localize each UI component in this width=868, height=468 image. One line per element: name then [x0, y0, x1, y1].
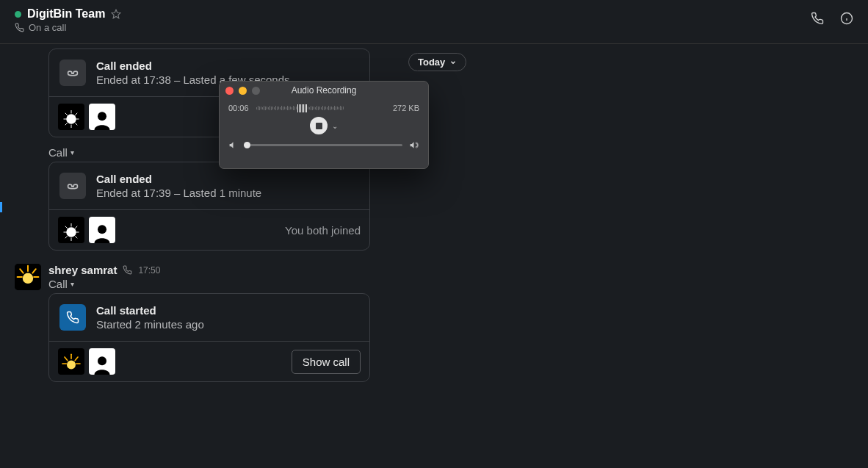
- call-title: Call started: [96, 304, 204, 317]
- svg-point-4: [66, 114, 76, 124]
- message-author[interactable]: shrey samrat: [48, 264, 117, 276]
- participant-avatar[interactable]: [89, 104, 115, 130]
- star-icon[interactable]: [111, 9, 121, 19]
- svg-line-12: [75, 113, 77, 115]
- volume-low-icon: [228, 140, 238, 150]
- call-subtitle: Started 2 minutes ago: [96, 318, 204, 331]
- participant-avatar[interactable]: [89, 217, 115, 243]
- volume-high-icon: [408, 140, 419, 150]
- minimize-icon[interactable]: [239, 87, 247, 95]
- presence-indicator: [15, 11, 21, 18]
- author-avatar[interactable]: [15, 264, 41, 290]
- show-call-button[interactable]: Show call: [292, 350, 361, 374]
- svg-line-19: [65, 226, 68, 228]
- chevron-down-icon: ▾: [70, 280, 74, 288]
- window-titlebar[interactable]: Audio Recording: [220, 82, 428, 99]
- call-label[interactable]: Call ▾: [48, 278, 461, 290]
- date-divider-today[interactable]: Today: [408, 53, 466, 71]
- channel-title[interactable]: DigitBin Team: [27, 7, 105, 21]
- svg-line-20: [75, 236, 77, 238]
- svg-line-11: [65, 123, 68, 125]
- chevron-down-icon[interactable]: ⌄: [332, 122, 338, 130]
- phone-icon: [123, 265, 132, 275]
- call-title: Call ended: [96, 60, 290, 72]
- svg-line-22: [75, 226, 77, 228]
- audio-recorder-window[interactable]: Audio Recording 00:06 272 KB ⌄: [219, 81, 429, 169]
- call-card: Call started Started 2 minutes ago: [48, 293, 370, 382]
- svg-point-25: [23, 273, 33, 284]
- channel-subtitle: On a call: [29, 22, 66, 33]
- chevron-down-icon: ▾: [70, 148, 74, 156]
- maximize-icon[interactable]: [252, 87, 260, 95]
- call-title: Call ended: [96, 173, 261, 185]
- svg-line-9: [65, 113, 68, 115]
- date-divider-label: Today: [418, 57, 445, 68]
- recording-time: 00:06: [228, 104, 249, 112]
- audio-level-meter: [256, 104, 386, 112]
- volume-knob[interactable]: [244, 142, 250, 148]
- call-started-icon: [59, 304, 86, 331]
- call-card: Call ended Ended at 17:39 – Lasted 1 min…: [48, 162, 370, 251]
- svg-point-32: [67, 361, 76, 370]
- svg-point-14: [66, 227, 76, 237]
- participant-avatar[interactable]: [58, 348, 84, 375]
- svg-point-13: [98, 112, 106, 120]
- message-row: shrey samrat 17:50 Call ▾: [15, 264, 461, 382]
- participant-avatar[interactable]: [58, 217, 84, 243]
- volume-slider[interactable]: [244, 144, 402, 146]
- message-time: 17:50: [138, 265, 160, 276]
- svg-marker-0: [112, 10, 121, 18]
- window-title: Audio Recording: [220, 85, 428, 96]
- participant-avatar[interactable]: [58, 104, 84, 130]
- message-list: Call ended Ended at 17:38 – Lasted a few…: [3, 44, 868, 468]
- phone-icon: [15, 23, 24, 32]
- call-ended-icon: [59, 173, 86, 199]
- chevron-down-icon: [449, 59, 457, 66]
- svg-line-10: [75, 123, 77, 125]
- selection-indicator: [0, 202, 2, 212]
- call-icon[interactable]: [811, 12, 824, 25]
- channel-header: DigitBin Team On a call: [0, 0, 868, 44]
- info-icon[interactable]: [840, 12, 853, 25]
- stop-button[interactable]: [310, 117, 328, 134]
- close-icon[interactable]: [225, 87, 234, 95]
- participant-avatar[interactable]: [89, 348, 115, 375]
- svg-point-38: [98, 356, 106, 365]
- svg-point-23: [98, 225, 106, 234]
- recording-size: 272 KB: [393, 104, 419, 112]
- participants-note: You both joined: [285, 224, 361, 237]
- stop-icon: [316, 123, 322, 129]
- call-ended-icon: [59, 60, 86, 86]
- call-subtitle: Ended at 17:39 – Lasted 1 minute: [96, 187, 261, 199]
- svg-line-21: [65, 236, 68, 238]
